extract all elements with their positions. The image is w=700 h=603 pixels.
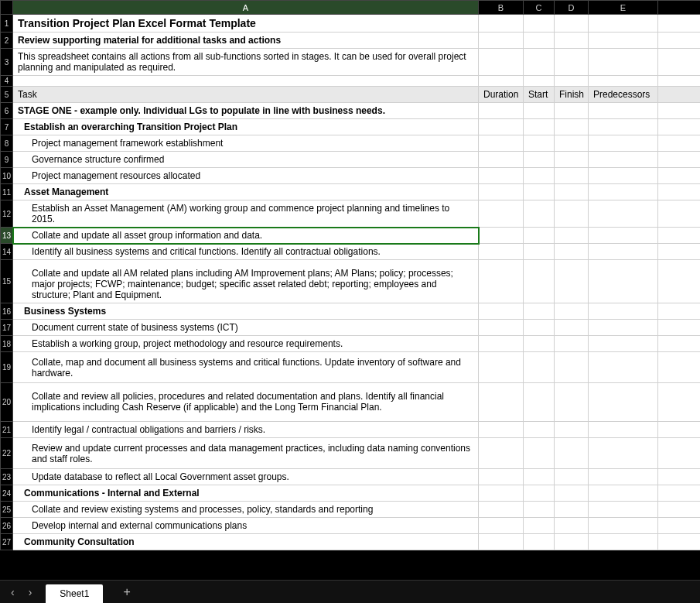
cell[interactable]: Finish bbox=[555, 87, 589, 103]
cell[interactable] bbox=[479, 534, 524, 550]
cell[interactable] bbox=[555, 485, 589, 502]
row-header[interactable]: 9 bbox=[1, 152, 13, 168]
cell[interactable]: Project management framework establishme… bbox=[13, 135, 479, 152]
cell[interactable] bbox=[524, 49, 555, 76]
row-header[interactable]: 15 bbox=[1, 260, 13, 303]
cell[interactable] bbox=[589, 49, 658, 76]
cell[interactable]: Identify all business systems and critic… bbox=[13, 244, 479, 260]
cell[interactable] bbox=[589, 15, 658, 33]
cell[interactable] bbox=[555, 336, 589, 352]
cell[interactable] bbox=[555, 534, 589, 550]
cell[interactable] bbox=[524, 469, 555, 485]
row-header[interactable]: 16 bbox=[1, 303, 13, 320]
cell[interactable] bbox=[658, 336, 701, 352]
cell[interactable] bbox=[524, 103, 555, 119]
cell[interactable]: Review and update current processes and … bbox=[13, 438, 479, 469]
cell[interactable] bbox=[479, 518, 524, 534]
cell[interactable] bbox=[524, 352, 555, 383]
cell[interactable] bbox=[479, 422, 524, 438]
cell[interactable] bbox=[524, 518, 555, 534]
cell[interactable] bbox=[589, 383, 658, 422]
cell[interactable] bbox=[479, 168, 524, 184]
cell[interactable] bbox=[555, 469, 589, 485]
cell[interactable] bbox=[658, 103, 701, 119]
cell[interactable]: Establish a working group, project metho… bbox=[13, 336, 479, 352]
cell[interactable] bbox=[589, 502, 658, 518]
cell[interactable] bbox=[555, 422, 589, 438]
cell[interactable] bbox=[479, 33, 524, 49]
cell[interactable] bbox=[555, 135, 589, 152]
cell[interactable] bbox=[555, 103, 589, 119]
row-header[interactable]: 12 bbox=[1, 200, 13, 228]
row-header[interactable]: 2 bbox=[1, 33, 13, 49]
cell[interactable] bbox=[479, 228, 524, 244]
cell[interactable] bbox=[524, 438, 555, 469]
cell[interactable] bbox=[589, 485, 658, 502]
cell[interactable]: Collate and review existing systems and … bbox=[13, 502, 479, 518]
cell[interactable] bbox=[555, 200, 589, 228]
row-header[interactable]: 11 bbox=[1, 184, 13, 200]
cell[interactable] bbox=[589, 336, 658, 352]
cell[interactable]: Collate and update all asset group infor… bbox=[13, 228, 479, 244]
cell[interactable] bbox=[479, 152, 524, 168]
cell[interactable] bbox=[589, 200, 658, 228]
row-header[interactable]: 4 bbox=[1, 76, 13, 87]
cell[interactable] bbox=[589, 168, 658, 184]
cell[interactable] bbox=[589, 244, 658, 260]
cell[interactable]: Governance structure confirmed bbox=[13, 152, 479, 168]
cell[interactable] bbox=[524, 152, 555, 168]
cell[interactable] bbox=[658, 135, 701, 152]
cell[interactable]: Asset Management bbox=[13, 184, 479, 200]
cell[interactable] bbox=[555, 184, 589, 200]
cell[interactable] bbox=[658, 303, 701, 320]
cell[interactable] bbox=[555, 119, 589, 135]
select-all-corner[interactable] bbox=[1, 1, 13, 15]
cell[interactable] bbox=[658, 422, 701, 438]
cell[interactable] bbox=[589, 152, 658, 168]
cell[interactable] bbox=[479, 15, 524, 33]
cell[interactable]: Document current state of business syste… bbox=[13, 320, 479, 336]
cell[interactable] bbox=[658, 184, 701, 200]
row-header[interactable]: 13 bbox=[1, 228, 13, 244]
cell[interactable] bbox=[658, 152, 701, 168]
cell[interactable] bbox=[555, 383, 589, 422]
cell[interactable] bbox=[658, 33, 701, 49]
prev-sheet-button[interactable]: ‹ bbox=[11, 586, 15, 598]
cell[interactable] bbox=[524, 119, 555, 135]
cell[interactable] bbox=[524, 200, 555, 228]
cell[interactable] bbox=[589, 320, 658, 336]
row-header[interactable]: 20 bbox=[1, 383, 13, 422]
cell[interactable] bbox=[524, 320, 555, 336]
row-header[interactable]: 1 bbox=[1, 15, 13, 33]
cell[interactable] bbox=[589, 228, 658, 244]
cell[interactable] bbox=[589, 33, 658, 49]
cell[interactable] bbox=[555, 260, 589, 303]
cell[interactable] bbox=[524, 336, 555, 352]
cell[interactable] bbox=[555, 152, 589, 168]
cell[interactable] bbox=[589, 469, 658, 485]
col-header-C[interactable]: C bbox=[524, 1, 555, 15]
row-header[interactable]: 24 bbox=[1, 485, 13, 502]
cell[interactable] bbox=[524, 135, 555, 152]
cell[interactable] bbox=[555, 15, 589, 33]
cell[interactable] bbox=[658, 49, 701, 76]
cell[interactable]: Project management resources allocated bbox=[13, 168, 479, 184]
cell[interactable] bbox=[479, 103, 524, 119]
cell[interactable] bbox=[524, 76, 555, 87]
cell[interactable] bbox=[555, 518, 589, 534]
row-header[interactable]: 23 bbox=[1, 469, 13, 485]
cell[interactable] bbox=[589, 103, 658, 119]
cell[interactable]: Develop internal and external communicat… bbox=[13, 518, 479, 534]
cell[interactable] bbox=[589, 303, 658, 320]
cell[interactable] bbox=[479, 135, 524, 152]
cell[interactable] bbox=[555, 438, 589, 469]
cell[interactable] bbox=[658, 200, 701, 228]
row-header[interactable]: 17 bbox=[1, 320, 13, 336]
cell[interactable]: Start bbox=[524, 87, 555, 103]
cell[interactable]: Establish an Asset Management (AM) worki… bbox=[13, 200, 479, 228]
row-header[interactable]: 26 bbox=[1, 518, 13, 534]
cell[interactable]: Communications - Internal and External bbox=[13, 485, 479, 502]
cell[interactable] bbox=[658, 76, 701, 87]
row-header[interactable]: 14 bbox=[1, 244, 13, 260]
cell[interactable] bbox=[589, 260, 658, 303]
